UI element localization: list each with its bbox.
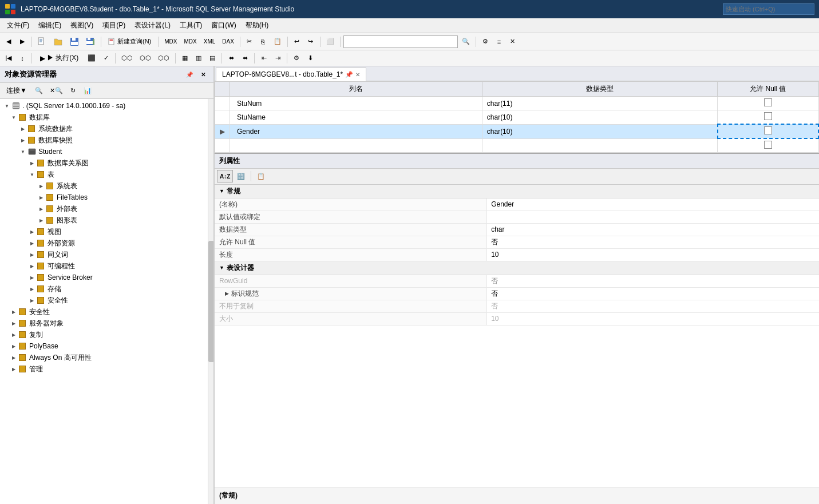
close-pane-btn[interactable]: ✕ [507, 35, 519, 48]
prop-az-btn[interactable]: A↕Z [217, 170, 233, 182]
cell-stunum-name[interactable]: StuNum [230, 97, 482, 110]
expand-programmability[interactable]: ▶ [27, 261, 37, 271]
expand-service-broker[interactable]: ▶ [27, 273, 37, 282]
tree-security[interactable]: ▶ 安全性 [0, 306, 213, 318]
prop-section-tabledesigner[interactable]: ▼ 表设计器 [215, 261, 819, 275]
prop-section-general[interactable]: ▼ 常规 [215, 185, 819, 199]
tree-polybase[interactable]: ▶ PolyBase [0, 340, 213, 352]
tree-file-tables[interactable]: ▶ FileTables [0, 192, 213, 203]
expand-databases[interactable]: ▼ [9, 113, 18, 122]
new-query-icon-btn[interactable] [35, 35, 50, 48]
expand-polybase[interactable]: ▶ [9, 342, 18, 351]
expand-file-tables[interactable]: ▶ [37, 193, 46, 202]
expand-server[interactable]: ▼ [2, 101, 11, 110]
tree-db-snapshot[interactable]: ▶ 数据库快照 [0, 134, 213, 146]
table-row[interactable]: ▶ Gender char(10) [215, 124, 819, 138]
cell-stunum-type[interactable]: char(11) [482, 97, 717, 110]
null-checkbox-stuname[interactable] [764, 112, 772, 120]
misc-btn3[interactable]: ⬌ [239, 52, 251, 65]
menu-tools[interactable]: 工具(T) [175, 18, 207, 33]
indent-btn1[interactable]: ⇤ [258, 52, 270, 65]
tab-close-btn[interactable]: ✕ [355, 72, 360, 78]
table-row[interactable]: StuName char(10) [215, 110, 819, 125]
xml-btn[interactable]: XML [201, 35, 219, 48]
expand-db-diagram[interactable]: ▶ [27, 158, 37, 168]
tree-server-objects[interactable]: ▶ 服务器对象 [0, 318, 213, 329]
cell-gender-type[interactable]: char(10) [482, 124, 717, 138]
tree-system-db[interactable]: ▶ 系统数据库 [0, 123, 213, 134]
filter-btn[interactable]: 🔍 [32, 85, 46, 97]
tree-system-tables[interactable]: ▶ 系统表 [0, 180, 213, 192]
expand-always-on[interactable]: ▶ [9, 353, 18, 362]
settings-btn[interactable]: ⚙ [479, 35, 492, 48]
stop-filter-btn[interactable]: ✕🔍 [47, 85, 66, 97]
prop-length-value[interactable]: 10 [486, 249, 819, 261]
mdo-btn[interactable]: MDX [161, 35, 180, 48]
tb2-b2[interactable]: ↕ [16, 52, 29, 65]
paste-btn[interactable]: 📋 [271, 35, 284, 48]
cell-gender-name[interactable]: Gender [230, 124, 482, 138]
cell-stunum-null[interactable] [718, 97, 818, 110]
tree-management[interactable]: ▶ 管理 [0, 363, 213, 375]
expand-views[interactable]: ▶ [27, 227, 37, 236]
expand-graph-tables[interactable]: ▶ [37, 216, 46, 225]
expand-ext-resources[interactable]: ▶ [27, 239, 37, 248]
prop-identity-value[interactable]: 否 [486, 288, 819, 300]
mdx-btn[interactable]: MDX [181, 35, 200, 48]
null-checkbox-empty[interactable] [764, 141, 772, 149]
identity-expand-icon[interactable]: ▶ [225, 291, 229, 296]
table-row[interactable]: StuNum char(11) [215, 97, 819, 110]
tree-always-on[interactable]: ▶ Always On 高可用性 [0, 352, 213, 363]
prop-datatype-value[interactable]: char [486, 224, 819, 236]
dax-btn[interactable]: DAX [219, 35, 237, 48]
quicklaunch-area[interactable] [723, 3, 814, 15]
tree-service-broker[interactable]: ▶ Service Broker [0, 272, 213, 283]
search-btn[interactable]: 🔍 [459, 35, 473, 48]
prop-sort-btn[interactable]: 🔡 [234, 170, 248, 182]
tab-pin-icon[interactable]: 📌 [345, 71, 353, 78]
empty-null[interactable] [718, 138, 818, 152]
cell-stuname-name[interactable]: StuName [230, 110, 482, 125]
copy-btn[interactable]: ⎘ [257, 35, 270, 48]
expand-tables[interactable]: ▼ [27, 170, 37, 179]
menu-help[interactable]: 帮助(H) [241, 18, 274, 33]
menu-view[interactable]: 视图(V) [66, 18, 98, 33]
expand-synonyms[interactable]: ▶ [27, 250, 37, 259]
misc-btn[interactable]: ⬜ [323, 35, 337, 48]
cell-stuname-null[interactable] [718, 110, 818, 125]
misc-btn4[interactable]: ⚙ [290, 52, 303, 65]
prop-allownull-value[interactable]: 否 [486, 236, 819, 248]
prop-default-value[interactable] [486, 211, 819, 223]
expand-db-security[interactable]: ▶ [27, 296, 37, 305]
menu-project[interactable]: 项目(P) [98, 18, 130, 33]
tree-ext-tables[interactable]: ▶ 外部表 [0, 203, 213, 215]
tree-student-db[interactable]: ▼ Student [0, 146, 213, 157]
arrange-btn[interactable]: ≡ [493, 35, 505, 48]
tree-ext-resources[interactable]: ▶ 外部资源 [0, 237, 213, 249]
null-checkbox-stunum[interactable] [764, 98, 772, 106]
menu-window[interactable]: 窗口(W) [207, 18, 240, 33]
redo-btn[interactable]: ↪ [304, 35, 317, 48]
save-all-btn[interactable] [83, 35, 98, 48]
stop-btn[interactable]: ⬛ [85, 52, 98, 65]
prop-name-value[interactable]: Gender [486, 199, 819, 211]
pin-icon[interactable]: 📌 [184, 69, 195, 80]
tree-synonyms[interactable]: ▶ 同义词 [0, 249, 213, 260]
tb2-b1[interactable]: |◀ [2, 52, 15, 65]
tree-databases[interactable]: ▼ 数据库 [0, 112, 213, 123]
grid-btn2[interactable]: ▥ [192, 52, 205, 65]
newquery-btn[interactable]: 新建查询(N) [104, 35, 155, 48]
scrollbar-thumb[interactable] [208, 241, 213, 362]
tree-graph-tables[interactable]: ▶ 图形表 [0, 215, 213, 226]
grid-btn3[interactable]: ▤ [206, 52, 219, 65]
null-checkbox-gender[interactable] [764, 126, 772, 134]
expand-server-objects[interactable]: ▶ [9, 319, 18, 328]
cell-gender-null[interactable] [718, 124, 818, 138]
empty-name[interactable] [230, 138, 482, 152]
tree-tables[interactable]: ▼ 表 [0, 169, 213, 180]
expand-management[interactable]: ▶ [9, 364, 18, 374]
search-input[interactable] [343, 35, 458, 48]
indent-btn2[interactable]: ⇥ [271, 52, 284, 65]
check-btn[interactable]: ✓ [100, 52, 112, 65]
undo-btn[interactable]: ↩ [291, 35, 303, 48]
